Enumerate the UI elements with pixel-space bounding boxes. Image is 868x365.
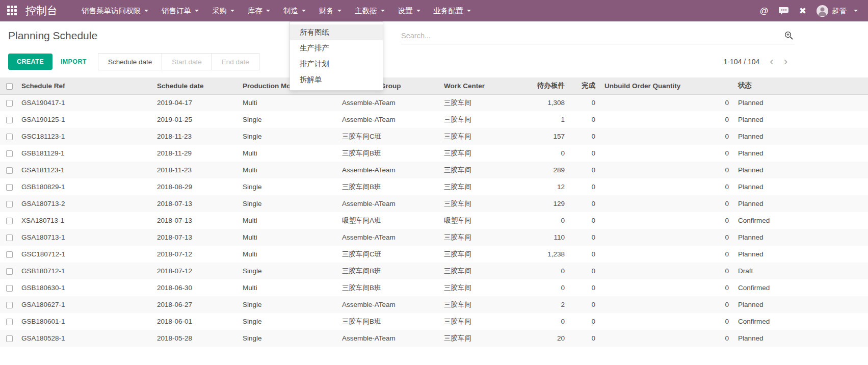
row-checkbox[interactable] [6,117,13,123]
user-menu[interactable]: 超管 [817,5,858,17]
cell-status: Planned [735,330,868,347]
row-checkbox[interactable] [6,150,13,157]
col-header-schedule-ref[interactable]: Schedule Ref [18,77,154,94]
menu-item-label: 主数据 [355,6,377,16]
cell-schedule-ref: GSA180713-1 [18,229,154,246]
row-checkbox[interactable] [6,218,13,224]
create-button[interactable]: CREATE [8,54,52,70]
col-header-schedule-date[interactable]: Schedule date [154,77,240,94]
cell-status: Planned [735,178,868,195]
cell-work-center: 三胶车间 [441,263,515,279]
table-row[interactable]: GSA180713-2 2018-07-13 Single Assemble-A… [0,195,868,212]
filter-end-date[interactable]: End date [212,53,259,70]
table-row[interactable]: GSA190417-1 2019-04-17 Multi Assemble-AT… [0,94,868,111]
menu-item-label: 库存 [248,6,262,16]
table-row[interactable]: GSB180630-1 2018-06-30 Multi 三胶车间B班 三胶车间… [0,279,868,296]
pager-next-icon[interactable]: › [784,56,787,67]
tools-icon[interactable]: ✖ [799,7,806,15]
row-checkbox[interactable] [6,234,13,241]
menu-item-label: 财务 [319,6,334,16]
table-row[interactable]: XSA180713-1 2018-07-13 Multi 吸塑车间A班 吸塑车间… [0,212,868,229]
table-row[interactable]: GSB181129-1 2018-11-29 Multi 三胶车间B班 三胶车间… [0,145,868,162]
cell-unbuild-qty: 0 [601,94,735,111]
cell-production-mode: Multi [240,229,339,246]
cell-work-center: 三胶车间 [441,128,515,145]
menu-item-master-data[interactable]: 主数据 [348,0,391,21]
cell-schedule-ref: GSA180713-2 [18,195,154,212]
menu-item-sales-access[interactable]: 销售菜单访问权限 [75,0,155,21]
import-button[interactable]: IMPORT [61,58,87,65]
table-row[interactable]: GSB180712-1 2018-07-12 Single 三胶车间B班 三胶车… [0,263,868,279]
table-row[interactable]: GSA181123-1 2018-11-23 Multi Assemble-AT… [0,162,868,178]
row-checkbox[interactable] [6,251,13,258]
row-checkbox[interactable] [6,184,13,191]
cell-pending-boards: 20 [515,330,571,347]
cell-schedule-date: 2018-06-27 [154,296,240,313]
cell-schedule-date: 2019-04-17 [154,94,240,111]
cell-work-center: 三胶车间 [441,94,515,111]
filter-start-date[interactable]: Start date [162,53,212,70]
navbar-systray: @ ✖ 超管 [759,5,861,17]
cell-status: Confirmed [735,313,868,330]
menu-item-label: 销售订单 [162,6,191,16]
col-header-done[interactable]: 完成 [571,77,601,94]
menu-item-settings[interactable]: 设置 [391,0,427,21]
menu-item-finance[interactable]: 财务 [312,0,348,21]
dropdown-item-scheduling-plan[interactable]: 排产计划 [290,56,383,72]
table-header-row: Schedule Ref Schedule date Production Mo… [0,77,868,94]
table-row[interactable]: GSA180713-1 2018-07-13 Multi Assemble-AT… [0,229,868,246]
select-all-checkbox[interactable] [6,83,13,90]
cell-production-group: Assemble-ATeam [339,94,441,111]
cell-schedule-ref: XSA180713-1 [18,212,154,229]
cell-unbuild-qty: 0 [601,111,735,128]
col-header-pending-boards[interactable]: 待办板件 [515,77,571,94]
menu-item-manufacturing[interactable]: 制造 [277,0,312,21]
row-checkbox[interactable] [6,335,13,342]
table-row[interactable]: GSC181123-1 2018-11-23 Single 三胶车间C班 三胶车… [0,128,868,145]
cell-production-mode: Single [240,111,339,128]
table-row[interactable]: GSB180829-1 2018-08-29 Single 三胶车间B班 三胶车… [0,178,868,195]
chat-icon[interactable] [779,6,789,15]
table-row[interactable]: GSA180627-1 2018-06-27 Single Assemble-A… [0,296,868,313]
row-checkbox[interactable] [6,285,13,292]
cell-production-mode: Multi [240,145,339,162]
menu-item-purchase[interactable]: 采购 [205,0,241,21]
row-checkbox[interactable] [6,302,13,308]
col-header-status[interactable]: 状态 [735,77,868,94]
filter-schedule-date[interactable]: Schedule date [98,53,162,70]
cell-unbuild-qty: 0 [601,162,735,178]
dropdown-item-all-drawings[interactable]: 所有图纸 [290,24,383,40]
menu-item-inventory[interactable]: 库存 [241,0,277,21]
row-checkbox[interactable] [6,167,13,174]
search-icon[interactable] [783,31,795,40]
col-header-unbuild-qty[interactable]: Unbuild Order Quantity [601,77,735,94]
cell-status: Planned [735,246,868,263]
menu-item-label: 销售菜单访问权限 [82,6,141,16]
row-checkbox[interactable] [6,100,13,107]
menu-item-sales-order[interactable]: 销售订单 [155,0,205,21]
table-row[interactable]: GSC180712-1 2018-07-12 Multi 三胶车间C班 三胶车间… [0,246,868,263]
table-row[interactable]: GSB180601-1 2018-06-01 Single 三胶车间B班 三胶车… [0,313,868,330]
row-checkbox[interactable] [6,268,13,275]
apps-grid-icon[interactable] [7,6,17,16]
table-row[interactable]: GSA190125-1 2019-01-25 Single Assemble-A… [0,111,868,128]
cell-schedule-date: 2018-08-29 [154,178,240,195]
cell-schedule-date: 2018-11-29 [154,145,240,162]
menu-item-business-config[interactable]: 业务配置 [427,0,478,21]
chevron-down-icon [467,10,471,12]
cell-pending-boards: 0 [515,145,571,162]
mention-icon[interactable]: @ [759,7,768,15]
dropdown-item-production-scheduling[interactable]: 生产排产 [290,40,383,56]
col-header-work-center[interactable]: Work Center [441,77,515,94]
search-input[interactable] [401,32,783,40]
row-checkbox[interactable] [6,319,13,325]
cell-schedule-ref: GSA181123-1 [18,162,154,178]
table-row[interactable]: GSA180528-1 2018-05-28 Single Assemble-A… [0,330,868,347]
cell-pending-boards: 0 [515,313,571,330]
pager-previous-icon[interactable]: ‹ [770,56,773,67]
row-checkbox[interactable] [6,134,13,140]
cell-production-mode: Multi [240,162,339,178]
dropdown-item-unbuild-order[interactable]: 拆解单 [290,72,383,88]
cell-unbuild-qty: 0 [601,229,735,246]
row-checkbox[interactable] [6,201,13,207]
